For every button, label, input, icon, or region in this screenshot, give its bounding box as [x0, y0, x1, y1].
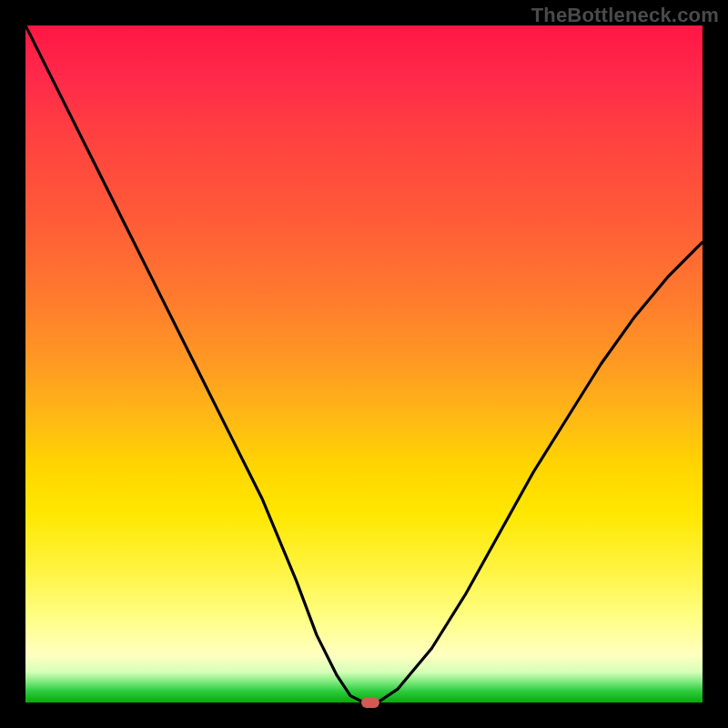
watermark-text: TheBottleneck.com: [531, 4, 719, 27]
plot-area: [25, 25, 703, 703]
curve-path: [25, 25, 703, 703]
optimal-marker: [361, 697, 379, 708]
chart-frame: TheBottleneck.com: [0, 0, 728, 728]
bottleneck-curve: [25, 25, 703, 703]
